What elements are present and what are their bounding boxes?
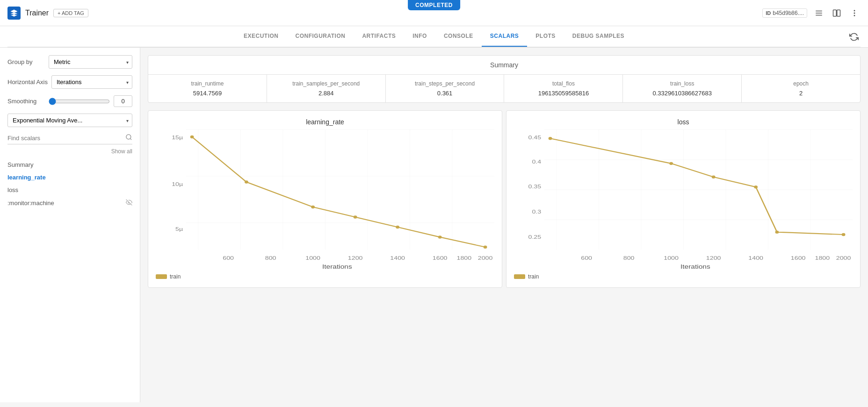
svg-rect-31 [544, 129, 853, 250]
loss-legend: train [514, 273, 853, 280]
group-by-select[interactable]: Metric None [49, 55, 132, 69]
metric-train-samples-name: train_samples_per_second [275, 80, 378, 87]
main-layout: Group by Metric None ▾ Horizontal Axis I… [0, 48, 868, 402]
group-by-row: Group by Metric None ▾ [7, 55, 132, 69]
top-bar-right: ID b45d9b86.... [762, 7, 861, 19]
svg-point-46 [549, 137, 552, 140]
svg-text:15µ: 15µ [172, 135, 183, 141]
loss-svg: 0.45 0.4 0.35 0.3 0.25 600 800 1000 1200… [514, 129, 853, 270]
split-view-button[interactable] [831, 7, 843, 19]
hidden-icon [126, 199, 132, 207]
metric-epoch: epoch 2 [742, 75, 860, 102]
svg-text:1400: 1400 [748, 255, 763, 261]
loss-chart-container: 0.45 0.4 0.35 0.3 0.25 600 800 1000 1200… [514, 129, 853, 270]
svg-point-26 [311, 206, 315, 208]
show-all-link[interactable]: Show all [7, 148, 132, 155]
tab-console[interactable]: CONSOLE [435, 26, 482, 47]
svg-point-48 [712, 176, 716, 179]
smoothing-method-select[interactable]: Exponential Moving Ave... None [7, 114, 132, 127]
svg-point-8 [126, 135, 131, 139]
metric-total-flos-value: 196135059585816 [512, 90, 615, 97]
svg-text:10µ: 10µ [172, 181, 183, 187]
smoothing-row: Smoothing 0 [7, 95, 132, 107]
id-badge: ID b45d9b86.... [762, 8, 807, 18]
svg-text:1600: 1600 [791, 255, 806, 261]
search-input[interactable] [7, 135, 125, 142]
metric-train-runtime-name: train_runtime [156, 80, 259, 87]
smoothing-value: 0 [114, 95, 132, 107]
top-bar: Trainer + ADD TAG COMPLETED ID b45d9b86.… [0, 0, 868, 26]
smoothing-slider[interactable] [49, 98, 110, 105]
metric-train-steps: train_steps_per_second 0.361 [386, 75, 505, 102]
svg-point-5 [854, 10, 855, 11]
metric-train-loss-value: 0.3329610386627683 [630, 90, 734, 97]
tab-artifacts[interactable]: ARTIFACTS [354, 26, 404, 47]
svg-text:1800: 1800 [815, 255, 830, 261]
svg-rect-11 [186, 129, 494, 250]
svg-text:800: 800 [265, 255, 276, 261]
svg-text:600: 600 [223, 255, 234, 261]
loss-chart-title: loss [514, 118, 853, 126]
learning-rate-chart-container: 15µ 10µ 5µ 600 800 1000 1200 1400 1600 1… [156, 129, 494, 270]
monitor-machine-label: :monitor:machine [7, 200, 54, 207]
svg-point-27 [354, 215, 357, 218]
svg-point-47 [669, 162, 673, 165]
metric-train-steps-name: train_steps_per_second [393, 80, 497, 87]
refresh-button[interactable] [847, 30, 861, 43]
svg-text:1200: 1200 [348, 255, 363, 261]
svg-text:5µ: 5µ [175, 226, 183, 233]
metric-train-loss-name: train_loss [630, 80, 734, 87]
scalar-item-learning-rate[interactable]: learning_rate [7, 171, 132, 184]
svg-rect-3 [833, 10, 837, 16]
app-icon [7, 7, 21, 20]
svg-text:0.4: 0.4 [532, 158, 541, 165]
search-row [7, 134, 132, 144]
svg-line-9 [130, 138, 131, 140]
learning-rate-chart-title: learning_rate [156, 118, 494, 126]
smoothing-method-select-wrapper: Exponential Moving Ave... None ▾ [7, 114, 132, 127]
svg-text:1000: 1000 [664, 255, 679, 261]
search-icon [125, 134, 132, 142]
tab-configuration[interactable]: CONFIGURATION [287, 26, 354, 47]
nav-tabs: EXECUTION CONFIGURATION ARTIFACTS INFO C… [7, 26, 861, 47]
menu-button[interactable] [848, 7, 861, 19]
tab-execution[interactable]: EXECUTION [235, 26, 287, 47]
scalar-item-loss[interactable]: loss [7, 184, 132, 196]
top-bar-left: Trainer + ADD TAG [7, 7, 88, 20]
metric-total-flos: total_flos 196135059585816 [504, 75, 623, 102]
loss-legend-label: train [528, 273, 539, 280]
svg-text:2000: 2000 [478, 255, 493, 261]
tab-debug-samples[interactable]: DEBUG SAMPLES [564, 26, 633, 47]
scalar-item-monitor-machine[interactable]: :monitor:machine [7, 196, 132, 210]
metric-epoch-name: epoch [749, 80, 853, 87]
add-tag-button[interactable]: + ADD TAG [53, 9, 88, 17]
svg-text:Iterations: Iterations [680, 263, 710, 270]
tab-info[interactable]: INFO [404, 26, 435, 47]
svg-point-30 [484, 246, 487, 249]
horizontal-axis-select[interactable]: Iterations Time Epoch [51, 75, 132, 89]
view-list-button[interactable] [813, 7, 825, 19]
svg-text:800: 800 [623, 255, 635, 261]
tab-plots[interactable]: PLOTS [527, 26, 564, 47]
svg-point-25 [245, 180, 248, 183]
learning-rate-legend: train [156, 273, 494, 280]
horizontal-axis-select-wrapper: Iterations Time Epoch ▾ [51, 75, 132, 89]
svg-point-49 [754, 186, 758, 188]
group-by-label: Group by [7, 58, 45, 65]
summary-card: Summary train_runtime 5914.7569 train_sa… [148, 55, 861, 103]
summary-metrics: train_runtime 5914.7569 train_samples_pe… [148, 75, 860, 102]
id-value: b45d9b86.... [773, 10, 804, 16]
svg-rect-4 [837, 10, 840, 16]
tab-scalars[interactable]: SCALARS [482, 26, 528, 47]
status-badge-container: COMPLETED [408, 0, 460, 10]
svg-text:1400: 1400 [390, 255, 405, 261]
metric-train-loss: train_loss 0.3329610386627683 [623, 75, 742, 102]
svg-point-7 [854, 15, 855, 16]
app-title: Trainer [25, 9, 49, 17]
svg-point-6 [854, 13, 855, 14]
horizontal-axis-label: Horizontal Axis [7, 79, 48, 86]
scalar-item-summary[interactable]: Summary [7, 158, 132, 171]
svg-point-28 [396, 226, 399, 228]
svg-text:0.45: 0.45 [528, 135, 542, 141]
charts-row: learning_rate 15µ 10µ 5µ [148, 110, 861, 288]
